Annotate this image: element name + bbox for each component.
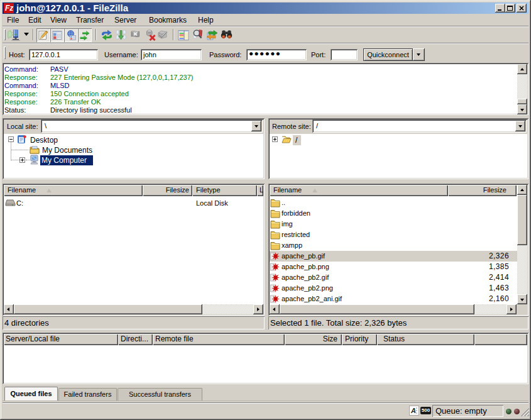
svg-text:Fz: Fz (5, 4, 13, 13)
svg-text:A: A (410, 407, 416, 414)
